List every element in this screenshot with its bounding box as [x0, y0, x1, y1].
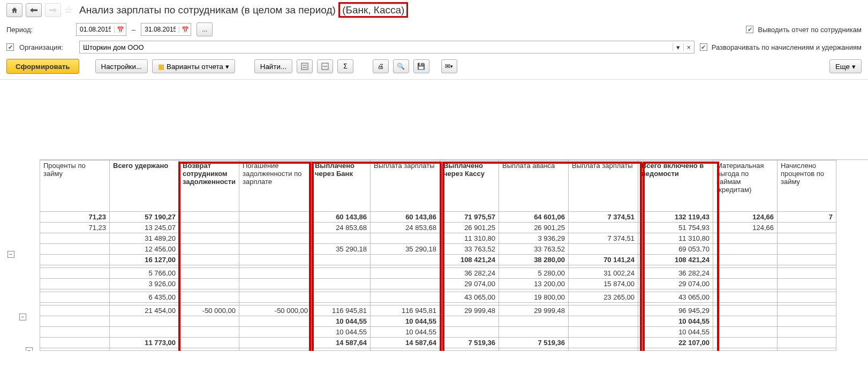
table-cell: 108 421,24	[638, 255, 713, 265]
table-cell: 124,66	[713, 223, 777, 233]
report-variants-button[interactable]: ▦ Варианты отчета ▾	[152, 59, 235, 73]
table-cell: 5 280,00	[499, 268, 568, 279]
table-cell	[179, 292, 239, 303]
table-cell: 29 999,48	[440, 305, 499, 316]
table-cell	[499, 348, 568, 351]
table-cell	[311, 292, 370, 303]
table-cell	[179, 316, 239, 327]
tree-toggle[interactable]: −	[26, 347, 33, 351]
save-button[interactable]: 💾	[413, 59, 429, 73]
table-cell: 12 456,00	[110, 244, 179, 255]
opt-employees-label: Выводить отчет по сотрудникам	[758, 26, 862, 34]
table-cell: 124,66	[713, 212, 777, 223]
table-cell: 29 999,48	[499, 305, 568, 316]
table-row[interactable]: 11 773,0014 587,6414 587,647 519,367 519…	[40, 338, 836, 348]
home-button[interactable]	[6, 3, 22, 17]
table-cell: 10 044,55	[311, 316, 370, 327]
table-cell	[713, 279, 777, 289]
org-clear-icon[interactable]: ×	[683, 43, 694, 51]
table-cell: 10 044,55	[370, 327, 440, 338]
table-row[interactable]	[40, 348, 836, 351]
find-button[interactable]: Найти...	[254, 59, 292, 73]
table-row[interactable]: 5 766,0036 282,245 280,0031 002,2436 282…	[40, 268, 836, 279]
period-to-field[interactable]	[141, 26, 179, 33]
more-menu-button[interactable]: Еще ▾	[829, 59, 862, 73]
table-cell	[239, 279, 311, 289]
table-row[interactable]: 6 435,0043 065,0019 800,0023 265,0043 06…	[40, 292, 836, 303]
print-button[interactable]: 🖨	[373, 59, 389, 73]
report-variants-label: Варианты отчета	[167, 63, 223, 71]
table-row[interactable]: 12 456,0035 290,1835 290,1833 763,5233 7…	[40, 244, 836, 255]
table-row[interactable]: 10 044,5510 044,5510 044,55	[40, 327, 836, 338]
col-header: Выплата зарплаты	[568, 160, 638, 212]
table-row[interactable]: 21 454,00-50 000,00-50 000,00116 945,811…	[40, 305, 836, 316]
mail-button[interactable]: ✉▾	[441, 59, 457, 73]
table-cell	[179, 244, 239, 255]
table-cell	[568, 305, 638, 316]
favorite-star-icon[interactable]: ☆	[64, 4, 73, 16]
col-header: Материальная выгода по займам (кредитам)	[713, 160, 777, 212]
table-cell: 13 200,00	[499, 279, 568, 289]
table-row[interactable]: 3 926,0029 074,0013 200,0015 874,0029 07…	[40, 279, 836, 289]
calendar-from-icon[interactable]: 📅	[114, 26, 126, 33]
forward-button[interactable]	[45, 3, 61, 17]
table-cell	[179, 212, 239, 223]
table-cell	[179, 223, 239, 233]
table-cell	[40, 348, 110, 351]
table-cell: 31 489,20	[110, 233, 179, 244]
table-row[interactable]: 10 044,5510 044,5510 044,55	[40, 316, 836, 327]
table-row[interactable]: 71,2313 245,0724 853,6824 853,6826 901,2…	[40, 223, 836, 233]
org-field[interactable]	[80, 43, 673, 51]
org-dropdown-icon[interactable]: ▾	[673, 43, 683, 51]
form-report-button[interactable]: Сформировать	[6, 59, 79, 74]
table-cell: 71,23	[40, 223, 110, 233]
more-menu-label: Еще	[835, 63, 850, 71]
period-from-field[interactable]	[77, 26, 114, 33]
back-button[interactable]	[26, 3, 42, 17]
table-cell: 7	[777, 212, 836, 223]
tree-toggle[interactable]: −	[19, 313, 26, 320]
org-enabled-checkbox[interactable]: ✔	[6, 43, 14, 51]
table-cell: 96 945,29	[638, 305, 713, 316]
period-to-input[interactable]: 📅	[141, 23, 191, 36]
table-cell: 70 141,24	[568, 255, 638, 265]
table-cell: 5 766,00	[110, 268, 179, 279]
table-cell	[777, 255, 836, 265]
table-cell: 11 310,80	[440, 233, 499, 244]
expand-tree-button[interactable]	[297, 59, 313, 73]
col-header: Выплата зарплаты	[370, 160, 440, 212]
opt-employees-checkbox[interactable]: ✔	[746, 26, 753, 33]
calendar-to-icon[interactable]: 📅	[179, 26, 191, 33]
org-input[interactable]: ▾ ×	[79, 41, 695, 53]
table-cell	[568, 244, 638, 255]
sum-button[interactable]: Σ	[337, 59, 353, 73]
opt-expand-checkbox[interactable]: ✔	[700, 43, 707, 51]
table-cell	[777, 223, 836, 233]
page-title-highlight: (Банк, Касса)	[338, 2, 408, 18]
table-cell: 6 435,00	[110, 292, 179, 303]
table-cell: 71 975,57	[440, 212, 499, 223]
table-cell: 60 143,86	[311, 212, 370, 223]
table-cell: 57 190,27	[110, 212, 179, 223]
table-row[interactable]: 31 489,2011 310,803 936,297 374,5111 310…	[40, 233, 836, 244]
table-cell	[110, 348, 179, 351]
table-cell	[777, 348, 836, 351]
tree-toggle[interactable]: −	[7, 251, 14, 258]
page-title: Анализ зарплаты по сотрудникам (в целом …	[79, 4, 408, 16]
period-from-input[interactable]: 📅	[76, 23, 126, 36]
preview-button[interactable]: 🔍	[393, 59, 409, 73]
table-cell: 31 002,24	[568, 268, 638, 279]
settings-button[interactable]: Настройки...	[95, 59, 148, 73]
table-cell	[713, 292, 777, 303]
table-cell	[777, 316, 836, 327]
table-cell: -50 000,00	[179, 305, 239, 316]
table-cell	[239, 244, 311, 255]
period-select-button[interactable]: ...	[197, 22, 213, 36]
table-row[interactable]: 71,2357 190,2760 143,8660 143,8671 975,5…	[40, 212, 836, 223]
table-cell: 10 044,55	[311, 327, 370, 338]
table-cell	[713, 244, 777, 255]
table-cell: 19 800,00	[499, 292, 568, 303]
table-row[interactable]: 16 127,00108 421,2438 280,0070 141,24108…	[40, 255, 836, 265]
collapse-tree-button[interactable]	[317, 59, 333, 73]
table-cell	[179, 233, 239, 244]
